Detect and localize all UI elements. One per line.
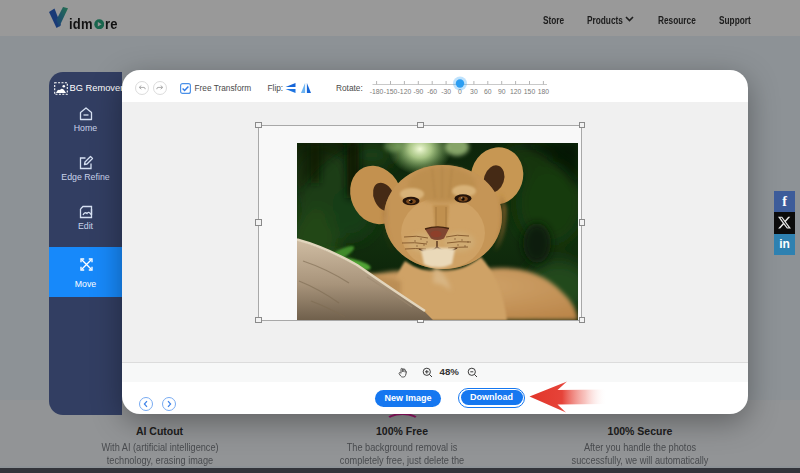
svg-text:-30: -30 xyxy=(441,88,451,95)
svg-text:-120: -120 xyxy=(398,88,412,95)
svg-text:120: 120 xyxy=(510,88,522,95)
svg-text:-180: -180 xyxy=(370,88,384,95)
svg-text:150: 150 xyxy=(524,88,536,95)
svg-text:-60: -60 xyxy=(427,88,437,95)
svg-text:30: 30 xyxy=(470,88,478,95)
svg-text:-90: -90 xyxy=(413,88,423,95)
svg-text:-150: -150 xyxy=(384,88,398,95)
svg-text:60: 60 xyxy=(484,88,492,95)
svg-text:180: 180 xyxy=(538,88,550,95)
svg-text:90: 90 xyxy=(498,88,506,95)
